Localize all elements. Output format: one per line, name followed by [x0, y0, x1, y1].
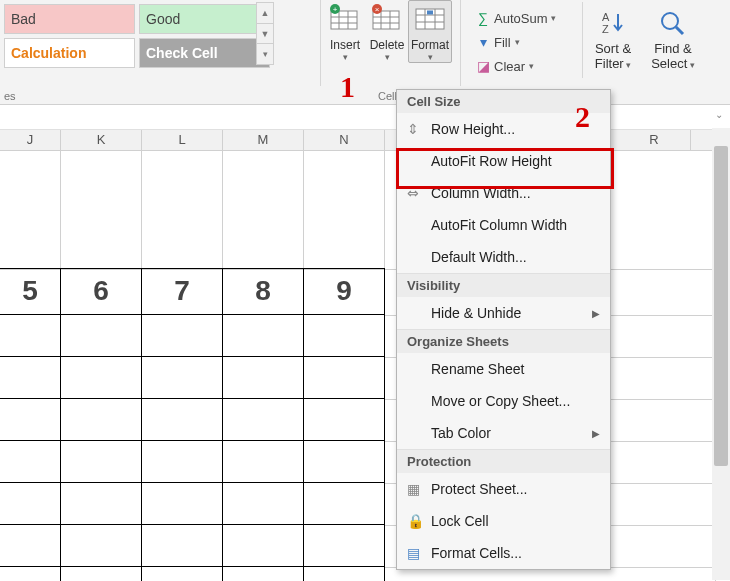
chevron-down-icon: ▾: [515, 37, 520, 47]
menu-protect-sheet[interactable]: ▦ Protect Sheet...: [397, 473, 610, 505]
grid-row: [0, 525, 730, 567]
style-good[interactable]: Good: [139, 4, 270, 34]
menu-format-cells[interactable]: ▤ Format Cells...: [397, 537, 610, 569]
style-check-cell[interactable]: Check Cell: [139, 38, 270, 68]
formula-bar[interactable]: ⌄: [0, 105, 730, 130]
menu-move-copy-sheet[interactable]: Move or Copy Sheet...: [397, 385, 610, 417]
annotation-1: 1: [340, 70, 355, 104]
insert-label: Insert: [324, 38, 366, 52]
menu-lock-cell[interactable]: 🔒 Lock Cell: [397, 505, 610, 537]
cell[interactable]: 7: [141, 268, 223, 315]
expand-formula-bar-icon[interactable]: ⌄: [710, 109, 728, 125]
worksheet-grid[interactable]: 5 6 7 8 9: [0, 151, 730, 581]
svg-text:Z: Z: [602, 23, 609, 35]
chevron-down-icon: ▾: [551, 13, 556, 23]
clear-button[interactable]: ◪ Clear ▾: [472, 54, 582, 78]
delete-cells-icon: ×: [370, 4, 404, 34]
cells-group: + Insert ▾ × Delete ▾: [324, 0, 454, 63]
menu-section-visibility: Visibility: [397, 273, 610, 297]
gallery-expand-icon[interactable]: ▾: [256, 43, 274, 65]
svg-text:+: +: [333, 5, 338, 14]
col-header-R[interactable]: R: [618, 130, 691, 150]
annotation-2: 2: [575, 100, 590, 134]
sort-filter-button[interactable]: A Z Sort & Filter ▾: [583, 2, 643, 78]
lock-icon: 🔒: [407, 513, 431, 529]
styles-gallery-scroll[interactable]: ▲ ▼ ▾: [256, 2, 274, 64]
chevron-down-icon: ▾: [624, 60, 632, 70]
submenu-arrow-icon: ▶: [592, 308, 600, 319]
chevron-up-icon[interactable]: ▲: [256, 2, 274, 24]
menu-section-protection: Protection: [397, 449, 610, 473]
delete-label: Delete: [366, 38, 408, 52]
col-header-K[interactable]: K: [61, 130, 142, 150]
sort-az-icon: A Z: [596, 8, 630, 38]
cell[interactable]: 6: [60, 268, 142, 315]
chevron-down-icon: ▾: [687, 60, 695, 70]
cell[interactable]: 8: [222, 268, 304, 315]
chevron-down-icon: ▾: [366, 52, 408, 62]
cell-styles-gallery[interactable]: Bad Good Calculation Check Cell ▲ ▼ ▾: [0, 0, 272, 70]
autosum-label: AutoSum: [494, 11, 547, 26]
format-menu: Cell Size ⇕ Row Height... AutoFit Row He…: [396, 89, 611, 570]
column-header-row: J K L M N R: [0, 130, 730, 151]
ribbon: Bad Good Calculation Check Cell ▲ ▼ ▾ +: [0, 0, 730, 105]
editing-group: ∑ AutoSum ▾ ▾ Fill ▾ ◪ Clear ▾ A Z Sort …: [472, 2, 724, 78]
grid-row: [0, 483, 730, 525]
insert-button[interactable]: + Insert ▾: [324, 0, 366, 63]
menu-rename-sheet[interactable]: Rename Sheet: [397, 353, 610, 385]
format-cells-icon: [413, 4, 447, 34]
svg-line-23: [676, 27, 683, 34]
menu-autofit-row-height[interactable]: AutoFit Row Height: [397, 145, 610, 177]
format-cells-dialog-icon: ▤: [407, 545, 431, 561]
format-label: Format: [409, 38, 451, 52]
style-bad[interactable]: Bad: [4, 4, 135, 34]
menu-autofit-column-width[interactable]: AutoFit Column Width: [397, 209, 610, 241]
col-header-J[interactable]: J: [0, 130, 61, 150]
fill-button[interactable]: ▾ Fill ▾: [472, 30, 582, 54]
menu-section-organize: Organize Sheets: [397, 329, 610, 353]
grid-row: [0, 399, 730, 441]
chevron-down-icon: ▾: [324, 52, 366, 62]
data-row: 5 6 7 8 9: [0, 269, 730, 315]
svg-text:A: A: [602, 11, 610, 23]
grid-row: [0, 567, 730, 581]
chevron-down-icon: ▾: [409, 52, 451, 62]
magnifier-icon: [656, 8, 690, 38]
cell[interactable]: 5: [0, 268, 61, 315]
menu-column-width[interactable]: ⇔ Column Width...: [397, 177, 610, 209]
find-select-button[interactable]: Find & Select ▾: [643, 2, 703, 78]
column-width-icon: ⇔: [407, 185, 431, 201]
col-header-L[interactable]: L: [142, 130, 223, 150]
scrollbar-thumb[interactable]: [714, 146, 728, 466]
sigma-icon: ∑: [472, 10, 494, 26]
fill-label: Fill: [494, 35, 511, 50]
chevron-down-icon[interactable]: ▼: [256, 23, 274, 45]
fill-down-icon: ▾: [472, 34, 494, 50]
insert-cells-icon: +: [328, 4, 362, 34]
row-height-icon: ⇕: [407, 121, 431, 137]
autosum-button[interactable]: ∑ AutoSum ▾: [472, 6, 582, 30]
svg-point-22: [662, 13, 678, 29]
menu-default-width[interactable]: Default Width...: [397, 241, 610, 273]
svg-rect-19: [427, 11, 433, 15]
col-header-N[interactable]: N: [304, 130, 385, 150]
cell[interactable]: 9: [303, 268, 385, 315]
menu-tab-color[interactable]: Tab Color ▶: [397, 417, 610, 449]
style-calculation[interactable]: Calculation: [4, 38, 135, 68]
eraser-icon: ◪: [472, 58, 494, 74]
styles-group-label: es: [4, 90, 16, 102]
submenu-arrow-icon: ▶: [592, 428, 600, 439]
col-header-M[interactable]: M: [223, 130, 304, 150]
chevron-down-icon: ▾: [529, 61, 534, 71]
vertical-scrollbar[interactable]: [712, 128, 730, 580]
svg-text:×: ×: [375, 5, 380, 14]
format-button[interactable]: Format ▾: [408, 0, 452, 63]
grid-row: [0, 357, 730, 399]
protect-sheet-icon: ▦: [407, 481, 431, 497]
menu-hide-unhide[interactable]: Hide & Unhide ▶: [397, 297, 610, 329]
clear-label: Clear: [494, 59, 525, 74]
grid-row: [0, 441, 730, 483]
delete-button[interactable]: × Delete ▾: [366, 0, 408, 63]
grid-row: [0, 315, 730, 357]
